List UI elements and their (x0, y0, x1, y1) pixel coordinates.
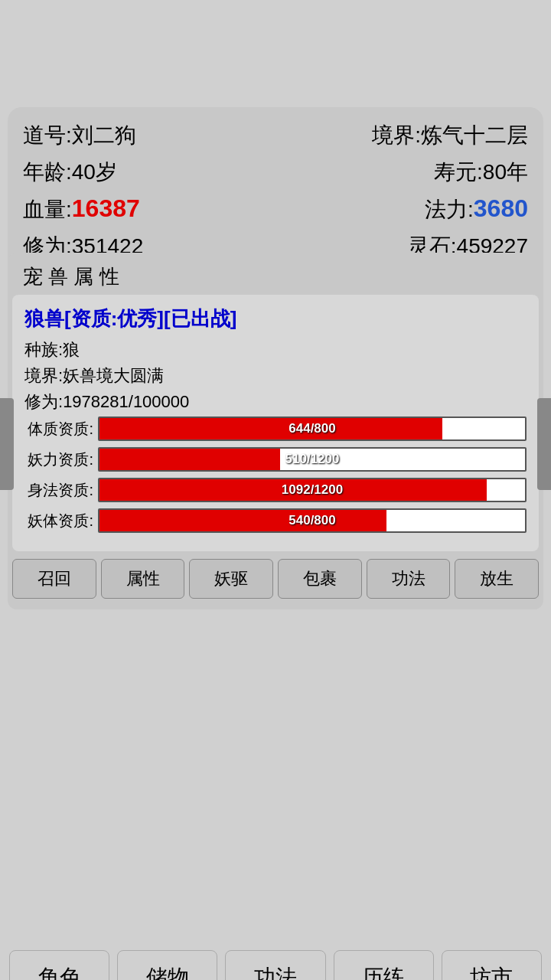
pet-action-btn-包裹[interactable]: 包裹 (278, 559, 362, 599)
pet-bar-text-1: 510/1200 (285, 452, 340, 467)
pet-bar-fill-1 (99, 449, 280, 470)
right-side-indicator (537, 398, 551, 490)
pet-bar-text-3: 540/800 (289, 513, 335, 528)
pet-bar-row-3: 妖体资质:540/800 (24, 508, 527, 533)
pet-bars-container: 体质资质:644/800妖力资质:510/1200身法资质:1092/1200妖… (24, 416, 527, 533)
pet-bar-text-2: 1092/1200 (282, 482, 343, 498)
grid-btn-功法[interactable]: 功法 (225, 950, 325, 980)
pet-bar-fill-3 (99, 510, 386, 531)
pet-bar-label-1: 妖力资质: (24, 449, 93, 470)
nian-ling: 年龄:40岁 (23, 158, 117, 187)
pet-action-btn-属性[interactable]: 属性 (101, 559, 185, 599)
grid-btn-坊市[interactable]: 坊市 (442, 950, 542, 980)
pet-action-btn-放生[interactable]: 放生 (455, 559, 539, 599)
pet-species: 种族:狼 (24, 338, 527, 361)
pet-bar-outer-3: 540/800 (98, 508, 527, 533)
pet-modal-body: 狼兽[资质:优秀][已出战] 种族:狼 境界:妖兽境大圆满 修为:1978281… (12, 295, 539, 551)
pet-bar-label-3: 妖体资质: (24, 511, 93, 531)
pet-bar-row-0: 体质资质:644/800 (24, 416, 527, 441)
status-card: 道号:刘二狗 境界:炼气十二层 年龄:40岁 寿元:80年 血量:16387 法… (8, 107, 543, 276)
status-row-daohao: 道号:刘二狗 境界:炼气十二层 (23, 121, 528, 150)
pet-bar-outer-2: 1092/1200 (98, 478, 527, 502)
xue-liang: 血量:16387 (23, 194, 140, 224)
grid-btn-角色[interactable]: 角色 (9, 950, 109, 980)
pet-action-btn-召回[interactable]: 召回 (12, 559, 96, 599)
pet-bar-outer-0: 644/800 (98, 416, 527, 441)
status-row-age: 年龄:40岁 寿元:80年 (23, 158, 528, 187)
jing-jie: 境界:炼气十二层 (372, 121, 528, 150)
pet-cultivation: 修为:1978281/100000 (24, 390, 527, 413)
pet-action-btn-功法[interactable]: 功法 (367, 559, 451, 599)
dao-hao: 道号:刘二狗 (23, 121, 136, 150)
grid-btn-储物[interactable]: 储物 (117, 950, 217, 980)
pet-title: 狼兽[资质:优秀][已出战] (24, 305, 527, 332)
status-row-hp: 血量:16387 法力:3680 (23, 194, 528, 224)
pet-bar-label-0: 体质资质: (24, 419, 93, 439)
pet-bar-fill-0 (99, 418, 442, 439)
pet-bar-outer-1: 510/1200 (98, 447, 527, 472)
pet-realm: 境界:妖兽境大圆满 (24, 364, 527, 387)
shou-yuan: 寿元:80年 (434, 158, 528, 187)
pet-bar-text-0: 644/800 (289, 421, 335, 436)
left-side-indicator (0, 398, 14, 490)
pet-actions: 召回属性妖驱包裹功法放生 (12, 559, 539, 599)
pet-modal-header: 宠 兽 属 性 (8, 253, 543, 295)
pet-bar-row-1: 妖力资质:510/1200 (24, 447, 527, 472)
grid-row-0: 角色储物功法历练坊市 (9, 950, 542, 980)
pet-action-btn-妖驱[interactable]: 妖驱 (189, 559, 273, 599)
fa-li: 法力:3680 (425, 194, 528, 224)
grid-btn-历练[interactable]: 历练 (334, 950, 434, 980)
pet-modal: 宠 兽 属 性 狼兽[资质:优秀][已出战] 种族:狼 境界:妖兽境大圆满 修为… (8, 253, 543, 609)
pet-bar-label-2: 身法资质: (24, 480, 93, 501)
main-grid: 角色储物功法历练坊市宠兽排行交易手册传书炼丹炼器制符法阵签到退出游戏离线挂机控制… (0, 942, 551, 980)
pet-bar-row-2: 身法资质:1092/1200 (24, 478, 527, 502)
